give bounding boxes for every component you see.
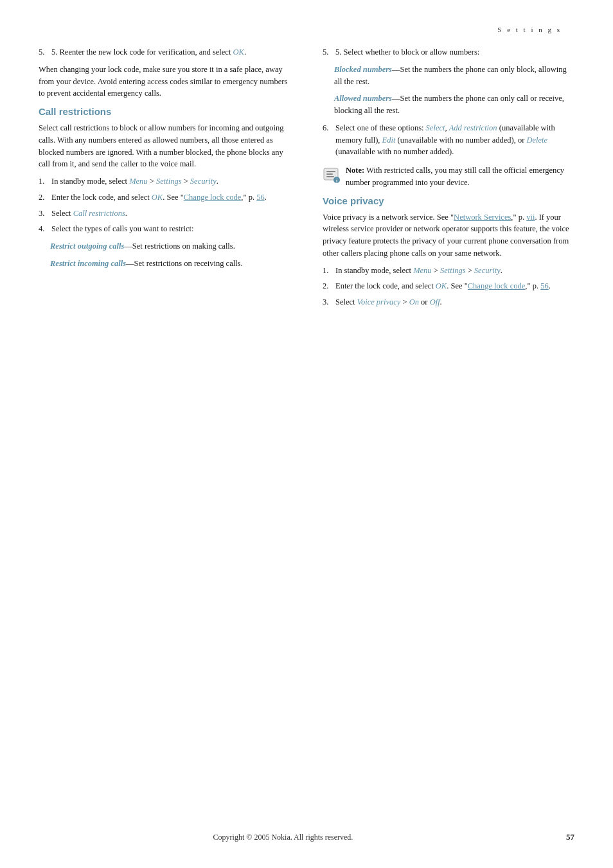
left-step5: 5. 5. Reenter the new lock code for veri… [39,46,290,58]
right-step5-list: 5. 5. Select whether to block or allow n… [323,46,574,58]
vp-step3: 3. Select Voice privacy > On or Off. [323,296,574,308]
vp-step1: 1. In standby mode, select Menu > Settin… [323,265,574,277]
page-footer: Copyright © 2005 Nokia. All rights reser… [0,832,613,842]
restrict-outgoing-desc: Set restrictions on making calls. [132,242,235,251]
step4-number: 4. [39,223,51,235]
header-title: S e t t i n g s [497,26,562,33]
left-steps-list: 1. In standby mode, select Menu > Settin… [39,175,290,235]
right-step5-content: 5. Select whether to block or allow numb… [335,46,574,58]
step3-call-restrictions: Call restrictions [73,209,125,218]
note-icon: i [323,166,341,184]
step4-content: Select the types of calls you want to re… [51,223,290,235]
right-step5-text: 5. Select whether to block or allow numb… [335,48,479,57]
voice-privacy-intro: Voice privacy is a network service. See … [323,211,574,260]
right-column: 5. 5. Select whether to block or allow n… [316,46,574,314]
content-area: 5. 5. Reenter the new lock code for veri… [0,46,613,314]
section1-intro: Select call restrictions to block or all… [39,122,290,170]
restrict-outgoing-block: Restrict outgoing calls—Set restrictions… [50,240,290,270]
right-step6-list: 6. Select one of these options: Select, … [323,122,574,158]
step2-ok: OK [152,193,163,202]
warning-text: When changing your lock code, make sure … [39,64,290,100]
step1-settings: Settings [156,177,182,186]
allowed-numbers-label: Allowed numbers [334,94,392,103]
vp-step1-content: In standby mode, select Menu > Settings … [335,265,574,277]
left-step1: 1. In standby mode, select Menu > Settin… [39,175,290,188]
svg-rect-3 [326,176,334,177]
left-step3: 3. Select Call restrictions. [39,208,290,220]
page-header: S e t t i n g s [0,0,613,46]
restrict-incoming-desc: Set restrictions on receiving calls. [134,259,243,268]
vp-step3-on: On [409,297,419,306]
blocked-numbers-block: Blocked numbers—Set the numbers the phon… [334,64,574,117]
right-step5: 5. 5. Select whether to block or allow n… [323,46,574,58]
allowed-numbers: Allowed numbers—Set the numbers the phon… [334,93,574,117]
vp-step2-link: Change lock code [468,281,526,290]
vp-step2-ok: OK [436,281,447,290]
right-step6-number: 6. [323,122,335,158]
step2-number: 2. [39,191,51,204]
left-step2: 2. Enter the lock code, and select OK. S… [39,191,290,204]
restrict-outgoing-label: Restrict outgoing calls [50,242,124,251]
svg-rect-1 [326,171,335,172]
network-services-link: Network Services [454,213,511,222]
step2-content: Enter the lock code, and select OK. See … [51,191,290,204]
step6-select: Select [426,123,445,132]
vp-step1-settings: Settings [440,266,466,275]
step1-content: In standby mode, select Menu > Settings … [51,175,290,188]
step6-delete: Delete [527,136,548,145]
vp-step3-number: 3. [323,296,335,308]
right-step6-content: Select one of these options: Select, Add… [335,122,574,158]
restrict-incoming-label: Restrict incoming calls [50,259,126,268]
voice-privacy-heading: Voice privacy [323,195,574,206]
step2-page: 56 [256,193,265,202]
vp-step3-content: Select Voice privacy > On or Off. [335,296,574,308]
step5-ok: OK [233,48,244,57]
blocked-numbers: Blocked numbers—Set the numbers the phon… [334,64,574,88]
step1-security: Security [190,177,217,186]
vp-step2: 2. Enter the lock code, and select OK. S… [323,280,574,292]
step3-number: 3. [39,208,51,220]
voice-steps-list: 1. In standby mode, select Menu > Settin… [323,265,574,308]
left-step4: 4. Select the types of calls you want to… [39,223,290,235]
step6-add: Add restriction [449,123,497,132]
note-text: Note: With restricted calls, you may sti… [346,164,574,189]
vp-step2-content: Enter the lock code, and select OK. See … [335,280,574,292]
footer-page-number: 57 [566,832,574,842]
step2-link: Change lock code [184,193,242,202]
step1-number: 1. [39,175,51,188]
vp-step1-security: Security [474,266,501,275]
call-restrictions-heading: Call restrictions [39,106,290,117]
footer-copyright: Copyright © 2005 Nokia. All rights reser… [39,833,528,842]
note-label: Note: [346,166,364,175]
right-step6: 6. Select one of these options: Select, … [323,122,574,158]
restrict-incoming: Restrict incoming calls—Set restrictions… [50,258,290,270]
note-body: With restricted calls, you may still cal… [346,166,564,187]
vp-step1-menu: Menu [413,266,431,275]
step5-text: 5. Reenter the new lock code for verific… [51,48,231,57]
right-step5-number: 5. [323,46,335,58]
blocked-numbers-label: Blocked numbers [334,65,392,74]
network-services-page: vii [526,213,535,222]
step5-content: 5. Reenter the new lock code for verific… [51,46,290,58]
step1-menu: Menu [129,177,147,186]
page-container: S e t t i n g s 5. 5. Reenter the new lo… [0,0,613,868]
left-column: 5. 5. Reenter the new lock code for veri… [39,46,297,314]
step6-edit: Edit [382,136,396,145]
vp-step1-number: 1. [323,265,335,277]
vp-step3-voice-privacy: Voice privacy [357,297,401,306]
note-box: i Note: With restricted calls, you may s… [323,164,574,189]
step3-content: Select Call restrictions. [51,208,290,220]
restrict-outgoing: Restrict outgoing calls—Set restrictions… [50,240,290,252]
step5-number: 5. [39,46,51,58]
vp-step2-number: 2. [323,280,335,292]
svg-rect-2 [326,173,333,175]
vp-step2-page: 56 [540,281,549,290]
vp-step3-off: Off [430,297,440,306]
left-step5-list: 5. 5. Reenter the new lock code for veri… [39,46,290,58]
